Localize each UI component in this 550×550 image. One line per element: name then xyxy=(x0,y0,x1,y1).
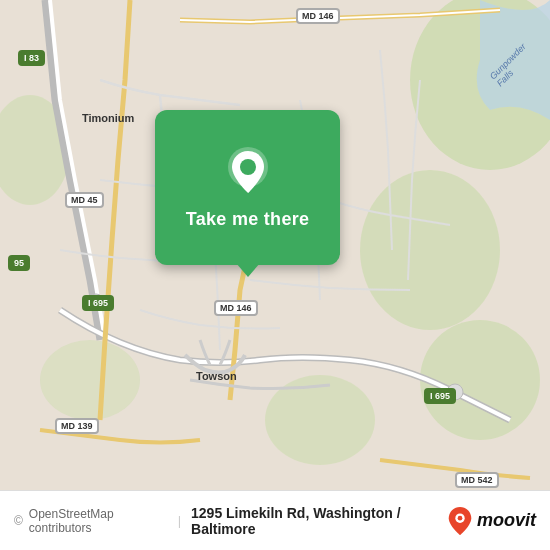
button-label: Take me there xyxy=(186,209,310,230)
place-timonium: Timonium xyxy=(82,112,134,124)
copyright-icon: © xyxy=(14,514,23,528)
svg-point-2 xyxy=(360,170,500,330)
road-badge-i695-right: I 695 xyxy=(424,388,456,404)
svg-point-3 xyxy=(420,320,540,440)
osm-text: OpenStreetMap contributors xyxy=(29,507,168,535)
separator: | xyxy=(178,513,181,528)
road-badge-md146-mid: MD 146 xyxy=(214,300,258,316)
road-badge-md146-top: MD 146 xyxy=(296,8,340,24)
svg-point-10 xyxy=(240,159,256,175)
info-left: © OpenStreetMap contributors | 1295 Lime… xyxy=(14,505,447,537)
road-badge-md542: MD 542 xyxy=(455,472,499,488)
road-badge-md139: MD 139 xyxy=(55,418,99,434)
road-badge-md45: MD 45 xyxy=(65,192,104,208)
take-me-there-button[interactable]: Take me there xyxy=(155,110,340,265)
road-badge-95: 95 xyxy=(8,255,30,271)
road-badge-i83: I 83 xyxy=(18,50,45,66)
address-text: 1295 Limekiln Rd, Washington / Baltimore xyxy=(191,505,447,537)
location-pin-icon xyxy=(221,145,275,199)
place-towson: Towson xyxy=(196,370,237,382)
svg-point-12 xyxy=(458,515,463,520)
map-container: I 83 MD 146 MD 146 MD 45 I 695 I 695 MD … xyxy=(0,0,550,490)
moovit-brand-text: moovit xyxy=(477,510,536,531)
moovit-pin-icon xyxy=(447,506,473,536)
svg-point-6 xyxy=(40,340,140,420)
road-badge-i695-left: I 695 xyxy=(82,295,114,311)
moovit-logo: moovit xyxy=(447,506,536,536)
info-bar: © OpenStreetMap contributors | 1295 Lime… xyxy=(0,490,550,550)
